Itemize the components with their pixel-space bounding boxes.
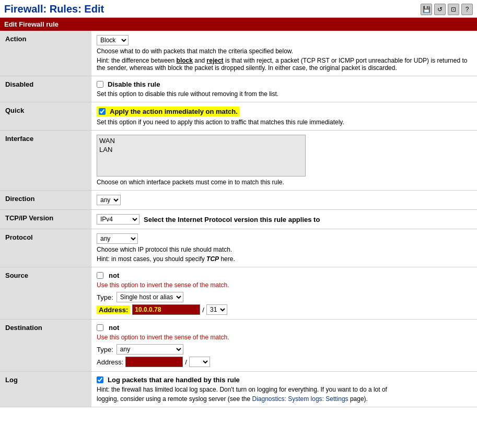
disabled-row: Disabled Disable this rule Set this opti…: [0, 76, 477, 102]
disabled-value: Disable this rule Set this option to dis…: [91, 76, 477, 102]
interface-row: Interface WAN LAN Choose on which interf…: [0, 131, 477, 191]
quick-desc: Set this option if you need to apply thi…: [97, 119, 472, 126]
quick-checkbox[interactable]: [99, 108, 106, 115]
page-header: Firewall: Rules: Edit 💾 ↺ ⊡ ?: [0, 0, 477, 18]
destination-not-row: not: [97, 324, 472, 332]
toolbar-icons: 💾 ↺ ⊡ ?: [421, 4, 473, 15]
source-type-select[interactable]: Single host or alias Network any WAN net…: [117, 292, 183, 302]
log-link[interactable]: Diagnostics: System logs: Settings: [252, 395, 348, 403]
source-row: Source not Use this option to invert the…: [0, 267, 477, 320]
destination-type-row: Type: any Single host or alias Network W…: [97, 344, 472, 355]
source-not-row: not: [97, 272, 472, 279]
log-value: Log packets that are handled by this rul…: [91, 372, 477, 407]
quick-value: Apply the action immediately on match. S…: [91, 102, 477, 131]
block-word: block: [177, 57, 193, 64]
action-value: Block Pass Reject Choose what to do with…: [91, 31, 477, 76]
protocol-row: Protocol any TCP UDP TCP/UDP ICMP Choose…: [0, 229, 477, 267]
interface-desc: Choose on which interface packets must c…: [97, 179, 472, 186]
protocol-value: any TCP UDP TCP/UDP ICMP Choose which IP…: [91, 229, 477, 267]
form-table: Action Block Pass Reject Choose what to …: [0, 31, 477, 407]
log-checkbox-text: Log packets that are handled by this rul…: [108, 376, 240, 384]
tcpip-version-row: TCP/IP Version IPv4 IPv6 IPv4+IPv6 Selec…: [0, 210, 477, 229]
action-select-wrapper: Block Pass Reject: [97, 36, 129, 44]
interface-value: WAN LAN Choose on which interface packet…: [91, 131, 477, 191]
tcpip-version-desc: Select the Internet Protocol version thi…: [144, 216, 320, 223]
reload-icon[interactable]: ↺: [434, 4, 446, 15]
log-checkbox-label[interactable]: Log packets that are handled by this rul…: [97, 376, 472, 384]
disabled-desc: Set this option to disable this rule wit…: [97, 90, 472, 98]
destination-address-label: Address:: [97, 358, 123, 366]
source-type-label: Type:: [97, 293, 113, 301]
interface-option-wan[interactable]: WAN: [98, 136, 304, 145]
quick-row: Quick Apply the action immediately on ma…: [0, 102, 477, 131]
log-desc: Hint: the firewall has limited local log…: [97, 386, 472, 393]
destination-not-desc: Use this option to invert the sense of t…: [97, 334, 472, 341]
protocol-desc1: Choose which IP protocol this rule shoul…: [97, 246, 472, 253]
destination-value: not Use this option to invert the sense …: [91, 320, 477, 372]
destination-label: Destination: [0, 320, 91, 372]
action-label: Action: [0, 31, 91, 76]
source-address-label: Address:: [97, 305, 130, 314]
action-desc1: Choose what to do with packets that matc…: [97, 48, 472, 55]
log-label: Log: [0, 372, 91, 407]
source-not-checkbox[interactable]: [97, 272, 103, 279]
log-row: Log Log packets that are handled by this…: [0, 372, 477, 407]
source-not-desc: Use this option to invert the sense of t…: [97, 281, 472, 289]
direction-row: Direction any in out: [0, 191, 477, 210]
direction-select[interactable]: any in out: [97, 195, 121, 205]
protocol-desc2: Hint: in most cases, you should specify …: [97, 255, 472, 263]
destination-not-checkbox[interactable]: [97, 324, 103, 331]
destination-row: Destination not Use this option to inver…: [0, 320, 477, 372]
log-checkbox[interactable]: [97, 376, 103, 383]
disabled-label: Disabled: [0, 76, 91, 102]
action-desc2: Hint: the difference between block and r…: [97, 57, 472, 72]
quick-label: Quick: [0, 102, 91, 131]
interface-option-lan[interactable]: LAN: [98, 145, 304, 154]
source-address-row: Address: / 32 31 30 29: [97, 304, 472, 315]
disabled-checkbox-label[interactable]: Disable this rule: [97, 80, 472, 88]
source-address-input[interactable]: [132, 304, 200, 315]
section-header: Edit Firewall rule: [0, 18, 477, 31]
source-value: not Use this option to invert the sense …: [91, 267, 477, 320]
quick-checkbox-label[interactable]: Apply the action immediately on match.: [97, 107, 240, 116]
disabled-checkbox-text: Disable this rule: [108, 80, 160, 88]
destination-address-input[interactable]: [125, 357, 183, 367]
source-label: Source: [0, 267, 91, 320]
protocol-label: Protocol: [0, 229, 91, 267]
protocol-select[interactable]: any TCP UDP TCP/UDP ICMP: [97, 233, 138, 244]
direction-value: any in out: [91, 191, 477, 210]
source-slash: /: [202, 306, 204, 314]
destination-type-label: Type:: [97, 346, 113, 353]
action-select[interactable]: Block Pass Reject: [97, 35, 129, 45]
protocol-tcp-text: TCP: [206, 255, 219, 263]
reject-word: reject: [207, 57, 224, 64]
destination-address-row: Address: / 32 31: [97, 357, 472, 367]
source-not-label: not: [109, 272, 119, 279]
destination-slash: /: [185, 358, 187, 366]
tcpip-version-select[interactable]: IPv4 IPv6 IPv4+IPv6: [97, 214, 139, 225]
page-title: Firewall: Rules: Edit: [4, 3, 104, 15]
direction-label: Direction: [0, 191, 91, 210]
fullscreen-icon[interactable]: ⊡: [448, 4, 459, 15]
page-wrapper: Firewall: Rules: Edit 💾 ↺ ⊡ ? Edit Firew…: [0, 0, 477, 448]
destination-not-label: not: [109, 324, 119, 332]
destination-type-select[interactable]: any Single host or alias Network WAN net…: [117, 344, 183, 355]
source-type-row: Type: Single host or alias Network any W…: [97, 292, 472, 302]
save-icon[interactable]: 💾: [421, 4, 432, 15]
interface-listbox[interactable]: WAN LAN: [97, 135, 306, 176]
action-row: Action Block Pass Reject Choose what to …: [0, 31, 477, 76]
interface-label: Interface: [0, 131, 91, 191]
help-icon[interactable]: ?: [461, 4, 473, 15]
log-desc2: logging, consider using a remote syslog …: [97, 395, 472, 403]
quick-checkbox-text: Apply the action immediately on match.: [110, 108, 238, 115]
source-cidr-select[interactable]: 32 31 30 29: [206, 304, 227, 315]
tcpip-version-label: TCP/IP Version: [0, 210, 91, 229]
disabled-checkbox[interactable]: [97, 81, 103, 88]
destination-cidr-select[interactable]: 32 31: [189, 357, 210, 367]
tcpip-version-value: IPv4 IPv6 IPv4+IPv6 Select the Internet …: [91, 210, 477, 229]
